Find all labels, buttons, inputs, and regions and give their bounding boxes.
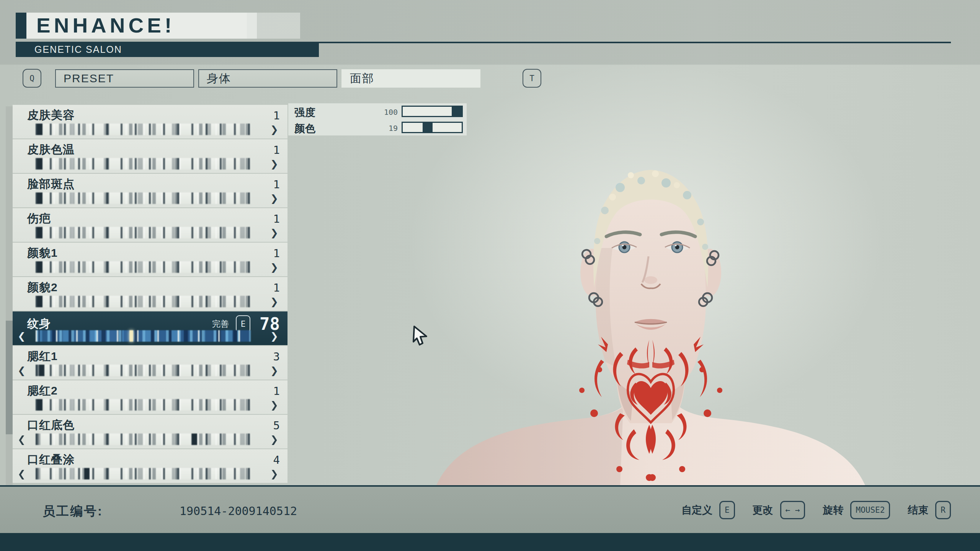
adjuster-row: 颜色 19 xyxy=(288,119,467,135)
trait-value: 1 xyxy=(273,109,281,122)
trait-slider: ❮ ❯ xyxy=(13,227,287,238)
trait-label: 皮肤美容 xyxy=(27,108,75,123)
trait-row[interactable]: 皮肤色温 1 ❮ ❯ xyxy=(13,139,287,173)
next-arrow-icon[interactable]: ❯ xyxy=(270,434,278,445)
trait-barcode[interactable] xyxy=(36,261,251,273)
trait-barcode[interactable] xyxy=(36,124,251,135)
trait-value: 3 xyxy=(273,350,281,363)
trait-marker xyxy=(129,330,133,342)
trait-list: 皮肤美容 1 ❮ ❯ 皮肤色温 1 ❮ ❯ 脸部斑点 xyxy=(13,105,287,484)
trait-slider: ❮ ❯ xyxy=(13,124,287,135)
trait-barcode[interactable] xyxy=(36,158,251,170)
hint-key-badge[interactable]: MOUSE2 xyxy=(850,501,890,519)
next-arrow-icon[interactable]: ❯ xyxy=(270,399,278,411)
footer-strip xyxy=(0,533,980,551)
trait-barcode[interactable] xyxy=(36,192,251,204)
trait-label: 皮肤色温 xyxy=(27,142,75,158)
trait-scrollbar-thumb[interactable] xyxy=(6,321,13,434)
subtitle-bar: GENETIC SALON xyxy=(16,42,319,57)
trait-row[interactable]: 腮红1 3 ❮ ❯ xyxy=(13,346,287,380)
trait-barcode[interactable] xyxy=(36,330,251,342)
prev-arrow-icon[interactable]: ❮ xyxy=(18,330,26,342)
tab[interactable]: PRESET xyxy=(55,69,194,88)
trait-row[interactable]: 口红底色 5 ❮ ❯ xyxy=(13,415,287,448)
next-arrow-icon[interactable]: ❯ xyxy=(270,192,278,204)
trait-barcode[interactable] xyxy=(36,468,251,479)
next-arrow-icon[interactable]: ❯ xyxy=(270,330,278,342)
next-arrow-icon[interactable]: ❯ xyxy=(270,227,278,238)
trait-value: 1 xyxy=(273,385,281,398)
trait-scrollbar-track[interactable] xyxy=(6,106,13,497)
trait-label: 伤疤 xyxy=(27,211,51,227)
trait-row[interactable]: 颜貌2 1 ❮ ❯ xyxy=(13,277,287,311)
trait-marker xyxy=(37,158,42,170)
trait-row[interactable]: 腮红2 1 ❮ ❯ xyxy=(13,380,287,414)
trait-marker xyxy=(37,124,42,135)
hint-label: 更改 xyxy=(753,503,773,517)
next-arrow-icon[interactable]: ❯ xyxy=(270,124,278,135)
employee-id-label: 员工编号: xyxy=(42,503,103,520)
adjuster-slider-track[interactable] xyxy=(402,106,463,117)
header-divider xyxy=(300,42,951,43)
trait-row[interactable]: 纹身 完善 E 78 ❮ ❯ xyxy=(13,311,287,345)
trait-label: 纹身 xyxy=(27,316,51,332)
logo-ghost-block xyxy=(247,13,300,39)
prev-arrow-icon[interactable]: ❮ xyxy=(18,434,26,445)
hint-key-badge[interactable]: E xyxy=(719,501,735,519)
adjuster-value: 19 xyxy=(367,124,398,133)
status-bar: 员工编号: 190514-2009140512 自定义 E 更改 ← → 旋转 … xyxy=(0,487,980,533)
prev-arrow-icon[interactable]: ❮ xyxy=(18,468,26,479)
trait-barcode[interactable] xyxy=(36,296,251,307)
prev-arrow-icon[interactable]: ❮ xyxy=(18,365,26,376)
trait-row[interactable]: 脸部斑点 1 ❮ ❯ xyxy=(13,174,287,207)
trait-row[interactable]: 皮肤美容 1 ❮ ❯ xyxy=(13,105,287,139)
trait-barcode[interactable] xyxy=(36,365,251,376)
trait-value: 1 xyxy=(273,212,281,225)
trait-row[interactable]: 口红叠涂 4 ❮ ❯ xyxy=(13,449,287,483)
trait-slider: ❮ ❯ xyxy=(13,434,287,445)
tab[interactable]: 面部 xyxy=(341,69,480,88)
next-arrow-icon[interactable]: ❯ xyxy=(270,158,278,170)
adjuster-slider-track[interactable] xyxy=(402,122,463,133)
trait-slider: ❮ ❯ xyxy=(13,296,287,307)
tab[interactable]: 身体 xyxy=(198,69,337,88)
adjuster-value: 100 xyxy=(367,108,398,117)
trait-label: 口红底色 xyxy=(27,417,75,433)
trait-slider: ❮ ❯ xyxy=(13,365,287,376)
trait-label: 腮红2 xyxy=(27,383,58,399)
trait-value: 4 xyxy=(273,453,281,466)
trait-marker xyxy=(37,261,42,273)
hint-key-badge[interactable]: R xyxy=(935,501,951,519)
adjuster-slider-handle[interactable] xyxy=(423,123,433,132)
hint-key-badge[interactable]: ← → xyxy=(780,501,805,519)
next-arrow-icon[interactable]: ❯ xyxy=(270,468,278,479)
trait-slider: ❮ ❯ xyxy=(13,468,287,479)
trait-label: 脸部斑点 xyxy=(27,176,75,192)
trait-barcode[interactable] xyxy=(36,227,251,238)
next-tab-key-button[interactable]: T xyxy=(523,69,541,88)
prev-tab-key-button[interactable]: Q xyxy=(23,69,41,88)
trait-row[interactable]: 伤疤 1 ❮ ❯ xyxy=(13,208,287,242)
trait-barcode[interactable] xyxy=(36,399,251,411)
trait-marker xyxy=(37,399,42,411)
trait-label: 腮红1 xyxy=(27,349,58,364)
tab-bar: PRESET 身体 面部 xyxy=(55,69,480,88)
next-arrow-icon[interactable]: ❯ xyxy=(270,296,278,307)
trait-value: 1 xyxy=(273,281,281,294)
logo-accent-block xyxy=(16,13,26,39)
trait-marker xyxy=(192,434,197,445)
adjuster-slider-handle[interactable] xyxy=(452,107,462,116)
hint-label: 自定义 xyxy=(681,503,712,517)
trait-slider: ❮ ❯ xyxy=(13,399,287,411)
refine-label: 完善 xyxy=(212,318,229,330)
adjuster-row: 强度 100 xyxy=(288,103,467,119)
app-logo: ENHANCE! xyxy=(36,14,175,37)
adjuster-label: 强度 xyxy=(294,106,316,119)
trait-marker xyxy=(37,296,42,307)
next-arrow-icon[interactable]: ❯ xyxy=(270,261,278,273)
trait-barcode[interactable] xyxy=(36,434,251,445)
trait-row[interactable]: 颜貌1 1 ❮ ❯ xyxy=(13,243,287,276)
next-arrow-icon[interactable]: ❯ xyxy=(270,365,278,376)
character-preview-viewport[interactable] xyxy=(421,145,900,485)
subtitle-text: GENETIC SALON xyxy=(34,44,122,55)
